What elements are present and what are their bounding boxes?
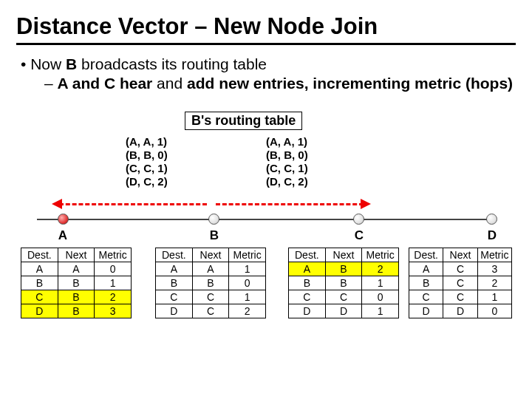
bullet-block: • Now B broadcasts its routing table – A… [16,55,516,92]
table-row: CC0 [289,290,399,304]
node-d-icon [486,214,497,225]
table-cell: D [289,304,326,318]
bullet2-mid: and [152,75,187,92]
table-header: Metric [477,248,511,262]
bullet1-bold: B [66,55,77,72]
tuple: (B, B, 0) [126,149,168,162]
table-cell: 1 [362,276,399,290]
bullet2-bold1: A and C hear [58,75,153,92]
table-header: Next [325,248,362,262]
table-cell: D [409,304,443,318]
node-label-d: D [485,228,499,243]
table-header: Dest. [289,248,326,262]
network-line [37,219,495,220]
bullet1-post: broadcasts its routing table [77,55,267,72]
table-cell: B [325,262,362,276]
table-cell: A [289,262,326,276]
table-cell: 0 [477,304,511,318]
table-cell: 0 [95,262,132,276]
routing-table-label: B's routing table [185,112,302,130]
table-cell: D [325,304,362,318]
table-row: CC1 [409,290,512,304]
table-row: CB2 [21,290,132,304]
table-header: Dest. [21,248,58,262]
node-label-a: A [55,228,70,243]
table-cell: B [409,276,443,290]
table-row: BC2 [409,276,512,290]
table-header: Dest. [409,248,443,262]
table-cell: 3 [95,304,132,318]
tuple: (B, B, 0) [266,149,308,162]
arrow-left-icon [52,199,62,209]
node-label-b: B [207,228,222,243]
table-row: CC1 [156,290,266,304]
table-header: Next [58,248,95,262]
bullet-2: – A and C hear and add new entries, incr… [21,75,516,92]
table-header: Next [192,248,229,262]
table-cell: A [192,262,229,276]
table-row: AC3 [409,262,512,276]
table-row: BB1 [21,276,132,290]
table-cell: D [156,304,193,318]
table-row: BB1 [289,276,399,290]
node-c-icon [353,214,364,225]
table-cell: D [21,304,58,318]
table-row: AA1 [156,262,266,276]
tuple: (C, C, 1) [126,162,168,175]
table-cell: A [58,262,95,276]
broadcast-arrow-left [59,203,207,205]
tuple: (D, C, 2) [266,175,308,188]
node-label-c: C [352,228,366,243]
table-cell: B [58,276,95,290]
table-cell: 2 [229,304,266,318]
table-cell: B [58,290,95,304]
page-title: Distance Vector – New Node Join [16,13,516,40]
bullet1-pre: Now [30,55,66,72]
routing-table-c: Dest.NextMetricAB2BB1CC0DD1 [288,248,399,318]
table-cell: 1 [362,304,399,318]
table-cell: D [443,304,477,318]
table-row: DC2 [156,304,266,318]
table-cell: 0 [362,290,399,304]
tuple: (C, C, 1) [266,162,308,175]
table-header: Dest. [156,248,193,262]
table-cell: 0 [229,276,266,290]
table-cell: 3 [477,262,511,276]
table-cell: C [289,290,326,304]
bullet2-bold2: add new entries, incrementing metric (ho… [187,75,513,92]
table-row: AB2 [289,262,399,276]
table-cell: 1 [95,276,132,290]
table-cell: 1 [229,262,266,276]
bullet-1: • Now B broadcasts its routing table [21,55,516,73]
node-a-icon [58,214,69,225]
table-row: DD1 [289,304,399,318]
table-cell: 1 [229,290,266,304]
table-cell: A [21,262,58,276]
table-row: AA0 [21,262,132,276]
table-cell: A [409,262,443,276]
table-cell: 1 [477,290,511,304]
tuple: (A, A, 1) [126,135,168,149]
routing-table-a: Dest.NextMetricAA0BB1CB2DB3 [21,248,132,318]
broadcast-tuples-right: (A, A, 1) (B, B, 0) (C, C, 1) (D, C, 2) [266,135,308,188]
broadcast-arrow-right [216,203,364,205]
arrow-right-icon [361,199,371,209]
table-cell: C [443,290,477,304]
table-cell: C [192,304,229,318]
table-cell: C [325,290,362,304]
table-header: Next [443,248,477,262]
tuple: (D, C, 2) [126,175,168,188]
diagram: B's routing table (A, A, 1) (B, B, 0) (C… [22,112,510,333]
table-cell: C [443,276,477,290]
routing-table-d: Dest.NextMetricAC3BC2CC1DD0 [409,248,512,318]
table-cell: B [325,276,362,290]
table-cell: B [289,276,326,290]
tuple: (A, A, 1) [266,135,308,149]
table-header: Metric [229,248,266,262]
table-cell: 2 [477,276,511,290]
title-rule [16,43,516,45]
table-cell: B [156,276,193,290]
table-header: Metric [95,248,132,262]
table-cell: C [21,290,58,304]
routing-table-b: Dest.NextMetricAA1BB0CC1DC2 [155,248,266,318]
